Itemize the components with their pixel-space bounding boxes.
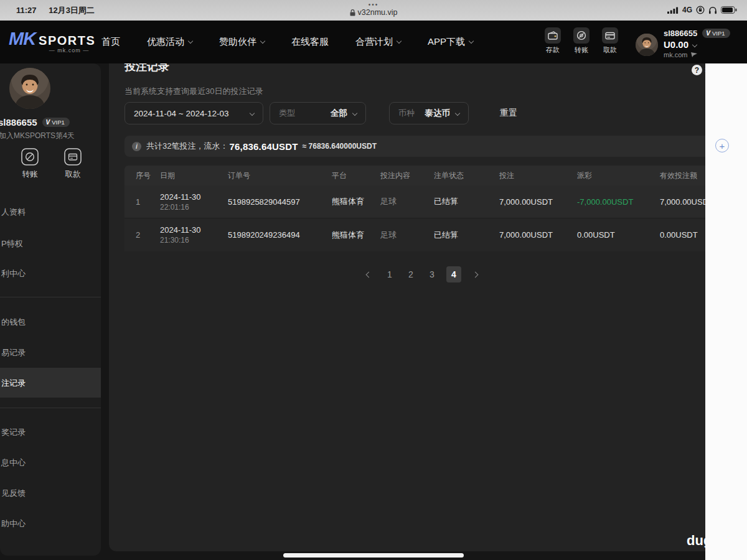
card-icon	[602, 27, 618, 44]
nav-item-sponsors[interactable]: 赞助伙伴	[219, 36, 265, 48]
rotation-lock-icon	[696, 6, 705, 14]
summary-bar: i 共计32笔投注，流水： 76,836.64USDT ≈ 76836.6400…	[125, 136, 747, 157]
balance-dropdown[interactable]: U0.00	[664, 39, 730, 50]
signal-icon	[667, 7, 679, 14]
sidebar-transfer-button[interactable]: 转账	[11, 147, 49, 180]
nav-item-promotions[interactable]: 优惠活动	[147, 36, 192, 48]
cell-payout: 0.00USDT	[577, 230, 660, 240]
page-button-2[interactable]: 2	[404, 266, 418, 282]
date-value: 2024-11-30	[160, 225, 201, 235]
bet-records-table: 序号 日期 订单号 平台 投注内容 注单状态 投注 派彩 有效投注额 1 202…	[125, 166, 747, 251]
withdraw-button[interactable]: 取款	[600, 27, 620, 55]
sidebar-item-vip-privileges[interactable]: P特权	[1, 238, 23, 250]
cell-date: 2024-11-3021:30:16	[160, 225, 228, 245]
reset-button[interactable]: 重置	[500, 102, 517, 124]
table-header-row: 序号 日期 订单号 平台 投注内容 注单状态 投注 派彩 有效投注额	[125, 166, 747, 185]
col-header-date: 日期	[160, 170, 228, 181]
home-indicator[interactable]	[283, 553, 464, 558]
logo-domain: — mk.com —	[49, 47, 90, 54]
site-tag: mk.com	[664, 51, 730, 58]
sidebar-item-transaction-records[interactable]: 易记录	[1, 347, 26, 359]
cell-order-number: 5198925829044597	[228, 197, 332, 207]
lock-icon	[350, 9, 355, 16]
status-center: ••• v32nmu.vip	[0, 2, 747, 17]
user-avatar[interactable]	[636, 34, 658, 56]
balance-value: U0.00	[664, 39, 688, 50]
wallet-icon	[545, 27, 561, 44]
page-button-1[interactable]: 1	[383, 266, 397, 282]
date-range-select[interactable]: 2024-11-04 ~ 2024-12-03	[125, 102, 263, 124]
turnover-approx: ≈ 76836.640000USDT	[303, 142, 377, 151]
col-header-platform: 平台	[332, 170, 380, 181]
type-value: 全部	[331, 108, 347, 119]
deposit-button[interactable]: 存款	[543, 27, 563, 55]
next-page-button[interactable]	[469, 266, 482, 282]
type-select[interactable]: 类型 全部	[270, 102, 366, 124]
sidebar-item-benefits-center[interactable]: 利中心	[1, 268, 26, 280]
pagination: 1 2 3 4	[362, 266, 482, 282]
top-navbar: MK SPORTS — mk.com — 首页 优惠活动 赞助伙伴 在线客服 合…	[0, 21, 747, 63]
nav-item-support[interactable]: 在线客服	[291, 36, 329, 48]
vip-v-icon: V	[706, 30, 710, 37]
col-header-order: 订单号	[228, 170, 332, 181]
col-header-index: 序号	[125, 170, 160, 181]
cell-platform: 熊猫体育	[332, 230, 380, 241]
cell-bet-amount: 7,000.00USDT	[499, 197, 577, 207]
network-label: 4G	[682, 6, 692, 14]
transfer-label: 转账	[575, 45, 588, 55]
sidebar-item-feedback[interactable]: 见反馈	[1, 487, 26, 500]
table-row: 2 2024-11-3021:30:16 5198920249236494 熊猫…	[125, 218, 747, 251]
brand-logo[interactable]: MK SPORTS — mk.com —	[9, 29, 95, 54]
sidebar-item-help-center[interactable]: 助中心	[1, 518, 26, 530]
currency-value: 泰达币	[425, 108, 451, 119]
summary-prefix: 共计32笔投注，流水：	[146, 141, 228, 152]
vip-v-icon: V	[46, 119, 50, 126]
profile-avatar[interactable]	[9, 68, 50, 109]
help-icon[interactable]: ?	[692, 65, 702, 75]
date-value: 2024-11-30	[160, 192, 201, 202]
sidebar-item-win-records[interactable]: 奖记录	[1, 426, 26, 439]
tab-dots[interactable]: •••	[0, 2, 747, 7]
page-button-4-active[interactable]: 4	[446, 266, 461, 282]
vip-badge: VVIP1	[702, 29, 730, 38]
url-text: v32nmu.vip	[358, 8, 398, 17]
sidebar-item-wallet[interactable]: 的钱包	[1, 316, 26, 329]
chevron-down-icon	[397, 39, 402, 44]
headphones-icon	[708, 6, 717, 14]
withdraw-label: 取款	[603, 45, 617, 55]
cell-index: 2	[125, 230, 160, 240]
sidebar-item-bet-records[interactable]: 注记录	[1, 377, 26, 390]
nav-item-home[interactable]: 首页	[101, 36, 120, 48]
transfer-button[interactable]: 转账	[571, 27, 591, 55]
address-bar[interactable]: v32nmu.vip	[0, 8, 747, 17]
floating-plus-button[interactable]: +	[715, 139, 729, 152]
col-header-payout: 派彩	[577, 170, 660, 181]
cell-bet-amount: 7,000.00USDT	[499, 230, 577, 240]
nav-links: 首页 优惠活动 赞助伙伴 在线客服 合营计划 APP下载	[101, 21, 473, 63]
pennant-icon	[690, 52, 698, 58]
page-button-3[interactable]: 3	[425, 266, 439, 282]
sidebar-item-profile[interactable]: 人资料	[1, 206, 26, 218]
col-header-bet: 投注	[499, 170, 577, 181]
sidebar-item-message-center[interactable]: 息中心	[1, 457, 26, 469]
user-info: sl886655 VVIP1 U0.00 mk.com	[664, 29, 730, 58]
nav-item-affiliate[interactable]: 合营计划	[355, 36, 401, 48]
chevron-down-icon	[260, 39, 265, 44]
logo-sports: SPORTS	[39, 34, 95, 48]
status-right: 4G	[667, 6, 737, 14]
nav-item-label: 合营计划	[355, 36, 393, 47]
page-overflow-background: +	[705, 63, 747, 560]
cell-index: 1	[125, 197, 160, 207]
sidebar-withdraw-button[interactable]: 取款	[54, 147, 92, 180]
site-domain: mk.com	[664, 51, 688, 58]
prev-page-button[interactable]	[362, 266, 375, 282]
deposit-label: 存款	[546, 45, 560, 55]
cell-payout: -7,000.00USDT	[577, 197, 660, 207]
table-row: 1 2024-11-3022:01:16 5198925829044597 熊猫…	[125, 185, 747, 218]
nav-item-label: 赞助伙伴	[219, 36, 256, 47]
withdraw-card-icon	[63, 147, 82, 166]
sidebar-divider	[0, 297, 101, 297]
query-range-note: 当前系统支持查询最近30日的投注记录	[125, 86, 263, 97]
currency-select[interactable]: 币种 泰达币	[389, 102, 469, 124]
nav-item-app-download[interactable]: APP下载	[428, 36, 473, 48]
